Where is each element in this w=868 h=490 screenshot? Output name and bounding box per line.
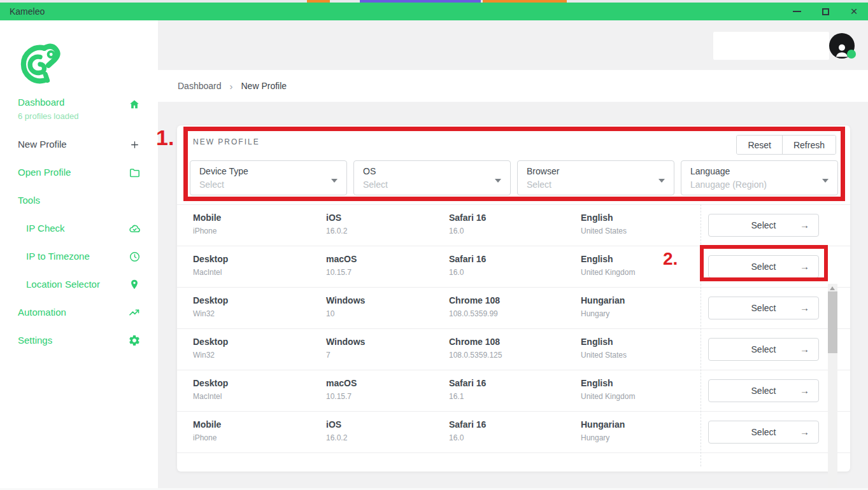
language-cell: HungarianHungary <box>581 419 625 442</box>
scroll-up-icon[interactable] <box>830 286 835 290</box>
select-button[interactable]: Select→ <box>708 338 819 361</box>
sidebar-item-open-profile[interactable]: Open Profile <box>0 158 158 186</box>
arrow-right-icon: → <box>800 302 809 313</box>
cell-subvalue: iPhone <box>193 433 221 442</box>
cell-subvalue: 10.15.7 <box>326 392 357 401</box>
online-status-dot <box>847 50 856 59</box>
folder-icon <box>127 165 141 179</box>
cell-subvalue: MacIntel <box>193 268 228 277</box>
profile-row: DesktopMacIntelmacOS10.15.7Safari 1616.0… <box>177 246 850 288</box>
sidebar-item-label: Open Profile <box>18 166 71 179</box>
os-cell: iOS16.0.2 <box>326 419 347 442</box>
kameleo-logo <box>14 41 66 87</box>
cell-subvalue: United Kingdom <box>581 392 635 401</box>
avatar[interactable] <box>829 33 855 59</box>
cell-value: English <box>581 213 627 223</box>
chevron-down-icon <box>658 179 665 183</box>
cell-subvalue: 16.0.2 <box>326 433 347 442</box>
new-profile-card: NEW PROFILE Reset Refresh Device Type Se… <box>177 125 850 472</box>
cell-subvalue: United States <box>581 227 627 235</box>
cell-subvalue: 16.1 <box>449 392 486 401</box>
select-button[interactable]: Select→ <box>708 379 819 402</box>
cell-value: Mobile <box>193 213 221 223</box>
sidebar-item-subtitle: 6 profiles loaded <box>18 111 78 121</box>
browser-cell: Chrome 108108.0.5359.99 <box>449 295 500 318</box>
sidebar-item-dashboard[interactable]: Dashboard6 profiles loaded <box>0 94 158 130</box>
sidebar-item-label: Tools <box>18 194 40 207</box>
cell-value: Safari 16 <box>449 213 486 223</box>
select-button-label: Select <box>751 262 776 272</box>
cell-value: Desktop <box>193 337 228 347</box>
window-title: Kameleo <box>10 6 45 17</box>
maximize-button[interactable] <box>821 7 830 16</box>
cell-value: macOS <box>326 254 357 264</box>
sidebar-item-location-selector[interactable]: Location Selector <box>0 270 158 298</box>
cell-subvalue: 16.0 <box>449 268 486 277</box>
filter-label: Device Type <box>199 166 338 176</box>
sidebar-item-new-profile[interactable]: New Profile <box>0 130 158 158</box>
cell-subvalue: United States <box>581 351 627 360</box>
select-button-label: Select <box>751 303 776 313</box>
card-title: NEW PROFILE <box>193 137 260 146</box>
scrollbar-thumb[interactable] <box>828 291 837 353</box>
sidebar-item-label: IP Check <box>26 222 65 235</box>
cell-subvalue: iPhone <box>193 227 221 235</box>
sidebar-item-tools[interactable]: Tools <box>0 186 158 214</box>
cell-value: Hungarian <box>581 419 625 430</box>
sidebar-item-label: Location Selector <box>26 278 100 291</box>
cell-value: Hungarian <box>581 295 625 305</box>
filter-language[interactable]: Language Lanugage (Region) <box>681 160 838 195</box>
window-titlebar[interactable]: Kameleo × <box>0 3 868 20</box>
cell-subvalue: Win32 <box>193 309 228 318</box>
cell-subvalue: 7 <box>326 351 365 360</box>
filter-os[interactable]: OS Select <box>353 160 511 195</box>
minimize-button[interactable] <box>792 7 801 16</box>
profile-row: DesktopMacIntelmacOS10.15.7Safari 1616.1… <box>177 370 850 412</box>
sidebar-item-settings[interactable]: Settings <box>0 326 158 354</box>
language-cell: EnglishUnited States <box>581 337 627 360</box>
cell-subvalue: Hungary <box>581 309 625 318</box>
kameleo-window: Kameleo × Dashboard6 profiles loadedNew … <box>0 0 868 490</box>
close-button[interactable]: × <box>850 7 858 16</box>
arrow-right-icon: → <box>800 220 809 230</box>
cell-value: macOS <box>326 378 357 388</box>
device-cell: DesktopMacIntel <box>193 254 228 277</box>
breadcrumb-new-profile: New Profile <box>241 81 287 91</box>
reset-button[interactable]: Reset <box>737 136 782 154</box>
sidebar-item-automation[interactable]: Automation <box>0 298 158 326</box>
breadcrumb-dashboard[interactable]: Dashboard <box>178 81 222 91</box>
select-button[interactable]: Select→ <box>708 214 819 237</box>
sidebar-item-label: New Profile <box>18 138 67 151</box>
filter-browser[interactable]: Browser Select <box>517 160 674 195</box>
cell-subvalue: 10.15.7 <box>326 268 357 277</box>
sidebar-item-label: IP to Timezone <box>26 250 90 263</box>
cell-value: Chrome 108 <box>449 295 500 305</box>
filter-placeholder: Select <box>199 179 338 190</box>
arrow-right-icon: → <box>800 385 809 396</box>
select-button[interactable]: Select→ <box>708 297 819 319</box>
cell-subvalue: 16.0 <box>449 227 486 235</box>
select-button[interactable]: Select→ <box>708 421 819 444</box>
select-button[interactable]: Select→ <box>708 255 819 278</box>
filter-device-type[interactable]: Device Type Select <box>190 160 347 195</box>
browser-cell: Safari 1616.0 <box>449 254 486 277</box>
cell-value: Chrome 108 <box>449 337 502 347</box>
refresh-button[interactable]: Refresh <box>782 136 836 154</box>
profile-row: MobileiPhoneiOS16.0.2Safari 1616.0Hungar… <box>177 412 850 453</box>
table-scrollbar[interactable] <box>828 284 837 490</box>
device-cell: MobileiPhone <box>193 213 221 235</box>
home-icon <box>127 97 141 111</box>
breadcrumb: Dashboard › New Profile <box>158 70 868 102</box>
chevron-down-icon <box>495 179 501 183</box>
cell-subvalue: 16.0 <box>449 433 486 442</box>
select-button-label: Select <box>751 427 776 437</box>
arrow-right-icon: → <box>800 261 809 272</box>
select-button-label: Select <box>751 344 776 354</box>
cloud-check-icon <box>127 221 141 235</box>
search-input[interactable] <box>713 32 829 60</box>
language-cell: EnglishUnited Kingdom <box>581 254 635 277</box>
sidebar-item-ip-to-timezone[interactable]: IP to Timezone <box>0 242 158 270</box>
chevron-down-icon <box>822 179 829 183</box>
sidebar-item-ip-check[interactable]: IP Check <box>0 214 158 242</box>
cell-value: iOS <box>326 213 347 223</box>
